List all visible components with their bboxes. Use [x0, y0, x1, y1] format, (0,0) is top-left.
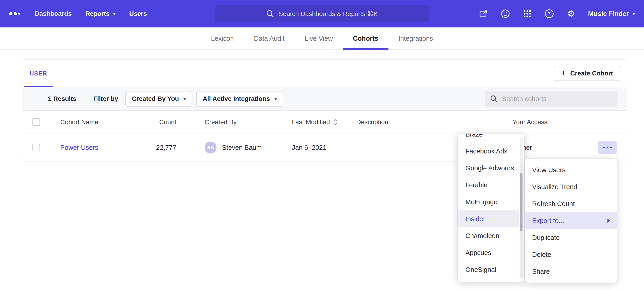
- row-checkbox[interactable]: [32, 144, 40, 152]
- ellipsis-icon: [606, 147, 608, 149]
- ellipsis-icon: [603, 147, 605, 149]
- tab-data-audit-label: Data Audit: [254, 35, 284, 42]
- chevron-down-icon: ▾: [274, 96, 277, 101]
- menu-item-export-to[interactable]: Export to...: [525, 212, 616, 229]
- primary-nav: Dashboards Reports ▾ Users: [35, 10, 147, 17]
- mixpanel-logo[interactable]: [9, 12, 20, 15]
- menu-item-delete[interactable]: Delete: [525, 246, 616, 263]
- section-tabs: Lexicon Data Audit Live View Cohorts Int…: [0, 28, 644, 50]
- menu-item-facebook-ads[interactable]: Facebook Ads: [458, 143, 524, 160]
- share-icon[interactable]: [478, 9, 488, 19]
- nav-reports-label: Reports: [86, 10, 110, 17]
- tab-lexicon[interactable]: Lexicon: [201, 28, 244, 49]
- plus-icon: +: [561, 69, 566, 77]
- ellipsis-icon: [610, 147, 612, 149]
- export-to-label: Export to...: [532, 217, 564, 225]
- col-your-access: Your Access: [512, 118, 548, 126]
- settings-gear-icon[interactable]: ⚙: [566, 9, 576, 19]
- search-icon: [490, 95, 498, 103]
- avatar: SB: [204, 141, 216, 154]
- row-context-menu: View Users Visualize Trend Refresh Count…: [525, 159, 616, 283]
- sort-icon[interactable]: [333, 119, 337, 125]
- select-all-checkbox[interactable]: [32, 118, 40, 126]
- menu-item-braze[interactable]: Braze: [458, 133, 524, 143]
- cohorts-panel: USER + Create Cohort 1 Results Filter by…: [22, 59, 627, 162]
- search-cohorts-field: [484, 91, 618, 107]
- menu-item-chameleon[interactable]: Chameleon: [458, 227, 524, 244]
- tab-data-audit[interactable]: Data Audit: [244, 28, 294, 49]
- nav-reports[interactable]: Reports ▾: [86, 10, 116, 17]
- account-label: Music Finder: [588, 10, 629, 18]
- chevron-down-icon: ▾: [632, 12, 635, 16]
- global-search-input[interactable]: Search Dashboards & Reports ⌘K: [215, 5, 429, 22]
- cohort-name-link[interactable]: Power Users: [60, 144, 98, 152]
- global-search-placeholder: Search Dashboards & Reports ⌘K: [278, 10, 378, 18]
- menu-item-appcues[interactable]: Appcues: [458, 244, 524, 261]
- nav-dashboards-label: Dashboards: [35, 10, 72, 17]
- submenu-arrow-icon: [608, 219, 610, 223]
- menu-item-view-users[interactable]: View Users: [525, 162, 616, 178]
- filter-by-label: Filter by: [94, 95, 118, 102]
- col-description: Description: [356, 118, 388, 126]
- scrollbar-thumb[interactable]: [520, 173, 522, 231]
- menu-item-onesignal[interactable]: OneSignal: [458, 261, 524, 278]
- search-icon: [266, 10, 274, 18]
- tab-live-view[interactable]: Live View: [294, 28, 343, 49]
- nav-dashboards[interactable]: Dashboards: [35, 10, 72, 17]
- chevron-down-icon: ▾: [184, 96, 186, 101]
- menu-item-share[interactable]: Share: [525, 263, 616, 280]
- apps-grid-icon[interactable]: [522, 9, 532, 19]
- filter-bar: 1 Results Filter by Created By You ▾ All…: [22, 87, 627, 111]
- table-row: Power Users 22,777 SB Steven Baum Jan 6,…: [22, 134, 627, 161]
- cohort-count: 22,777: [123, 144, 176, 152]
- account-menu[interactable]: Music Finder ▾: [588, 10, 635, 18]
- created-by-cell: SB Steven Baum: [204, 141, 262, 154]
- help-icon[interactable]: ?: [544, 9, 554, 19]
- app-root: Dashboards Reports ▾ Users Search Dashbo…: [0, 0, 644, 290]
- tab-integrations[interactable]: Integrations: [388, 28, 443, 49]
- cohorts-panel-header: USER + Create Cohort: [22, 60, 627, 87]
- question-mark-glyph: ?: [545, 9, 554, 18]
- menu-item-visualize-trend[interactable]: Visualize Trend: [525, 178, 616, 195]
- create-cohort-button[interactable]: + Create Cohort: [554, 66, 620, 81]
- search-cohorts-input[interactable]: [484, 91, 618, 107]
- integrations-filter-label: All Active Integrations: [202, 95, 270, 102]
- nav-users[interactable]: Users: [129, 10, 147, 17]
- row-actions-button[interactable]: [598, 141, 616, 154]
- tab-live-view-label: Live View: [305, 35, 333, 42]
- tab-cohorts[interactable]: Cohorts: [343, 28, 388, 49]
- created-by-name: Steven Baum: [222, 144, 262, 152]
- last-modified-cell: Jan 6, 2021: [292, 144, 326, 152]
- chevron-down-icon: ▾: [113, 12, 116, 16]
- tab-lexicon-label: Lexicon: [211, 35, 234, 42]
- results-count: 1 Results: [48, 95, 76, 102]
- col-cohort-name: Cohort Name: [60, 118, 98, 126]
- tab-user[interactable]: USER: [24, 60, 53, 87]
- menu-item-iterable[interactable]: Iterable: [458, 177, 524, 194]
- feedback-icon[interactable]: [500, 9, 510, 19]
- tab-cohorts-label: Cohorts: [353, 35, 378, 42]
- navbar-right-cluster: ? ⚙ Music Finder ▾: [478, 9, 635, 19]
- nav-users-label: Users: [129, 10, 147, 17]
- menu-item-moengage[interactable]: MoEngage: [458, 194, 524, 210]
- menu-item-google-adwords[interactable]: Google Adwords: [458, 160, 524, 177]
- menu-item-insider[interactable]: Insider: [458, 210, 519, 227]
- created-by-filter-dropdown[interactable]: Created By You ▾: [125, 91, 192, 107]
- vertical-divider: [85, 94, 85, 104]
- menu-item-refresh-count[interactable]: Refresh Count: [525, 195, 616, 212]
- col-created-by: Created By: [204, 118, 236, 126]
- menu-item-duplicate[interactable]: Duplicate: [525, 229, 616, 246]
- create-cohort-label: Create Cohort: [570, 70, 613, 77]
- integrations-filter-dropdown[interactable]: All Active Integrations ▾: [196, 91, 283, 107]
- col-last-modified[interactable]: Last Modified: [292, 118, 337, 126]
- created-by-filter-label: Created By You: [132, 95, 179, 102]
- export-destination-menu: Braze Facebook Ads Google Adwords Iterab…: [458, 133, 524, 282]
- col-last-modified-label: Last Modified: [292, 118, 330, 126]
- top-navbar: Dashboards Reports ▾ Users Search Dashbo…: [0, 0, 644, 28]
- gear-glyph: ⚙: [567, 9, 575, 18]
- table-header: Cohort Name Count Created By Last Modifi…: [22, 111, 627, 134]
- col-count: Count: [123, 118, 176, 126]
- tab-integrations-label: Integrations: [398, 35, 433, 42]
